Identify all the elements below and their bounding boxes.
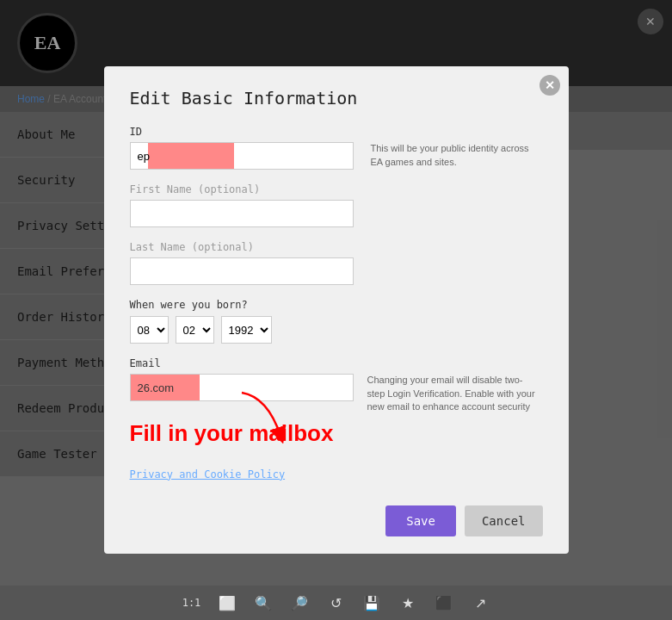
- bottom-toolbar: 1:1 ⬜ 🔍 🔎 ↺ 💾 ★ ⬛ ↗: [0, 586, 672, 620]
- id-label: ID: [130, 126, 543, 138]
- dob-section: When were you born? 08 01020304 05060709…: [130, 299, 543, 344]
- toolbar-zoom-out-icon[interactable]: 🔎: [290, 593, 309, 612]
- toolbar-share-icon[interactable]: ↗: [471, 593, 490, 612]
- dob-month-select[interactable]: 08 01020304 05060709 101112: [130, 316, 169, 344]
- save-button[interactable]: Save: [385, 505, 456, 536]
- email-input-wrapper: Changing your email will disable two-ste…: [130, 374, 543, 413]
- email-input-container: [130, 374, 354, 401]
- email-field-row: Email Changing your email will disabl: [130, 357, 543, 413]
- modal-footer: Save Cancel: [130, 497, 543, 536]
- first-name-label: First Name (optional): [130, 183, 543, 195]
- dob-day-select[interactable]: 02 01030405: [176, 316, 214, 344]
- toolbar-save-icon[interactable]: 💾: [362, 593, 381, 612]
- dob-row: 08 01020304 05060709 101112 02 01030405 …: [130, 316, 543, 344]
- last-name-label: Last Name (optional): [130, 241, 543, 253]
- first-name-input[interactable]: [130, 200, 354, 227]
- email-input[interactable]: [130, 374, 354, 401]
- toolbar-refresh-icon[interactable]: ↺: [326, 593, 345, 612]
- last-name-input[interactable]: [130, 257, 354, 285]
- id-input[interactable]: [130, 142, 354, 170]
- modal-close-button[interactable]: ✕: [539, 75, 560, 96]
- edit-basic-info-modal: ✕ Edit Basic Information ID This will be…: [104, 66, 569, 553]
- toolbar-bookmark-icon[interactable]: ★: [398, 593, 417, 612]
- dob-label: When were you born?: [130, 299, 543, 311]
- email-label: Email: [130, 357, 543, 369]
- id-input-wrapper: This will be your public identity across…: [130, 142, 354, 170]
- modal-overlay: ✕ Edit Basic Information ID This will be…: [0, 0, 672, 620]
- cancel-button[interactable]: Cancel: [465, 505, 543, 536]
- modal-title: Edit Basic Information: [130, 88, 543, 108]
- toolbar-zoom-label: 1:1: [182, 597, 201, 609]
- id-note: This will be your public identity across…: [371, 142, 543, 169]
- email-note: Changing your email will disable two-ste…: [367, 374, 539, 413]
- dob-year-select[interactable]: 1992 1990199119931994: [221, 316, 272, 344]
- fill-mailbox-annotation: Fill in your mailbox: [130, 420, 334, 447]
- toolbar-display-icon[interactable]: ⬜: [218, 593, 237, 612]
- toolbar-zoom-in-icon[interactable]: 🔍: [254, 593, 273, 612]
- privacy-link[interactable]: Privacy and Cookie Policy: [130, 466, 543, 481]
- toolbar-layout-icon[interactable]: ⬛: [435, 593, 453, 612]
- id-field-row: ID This will be your public identity acr…: [130, 126, 543, 170]
- first-name-field-row: First Name (optional): [130, 183, 543, 227]
- last-name-field-row: Last Name (optional): [130, 241, 543, 285]
